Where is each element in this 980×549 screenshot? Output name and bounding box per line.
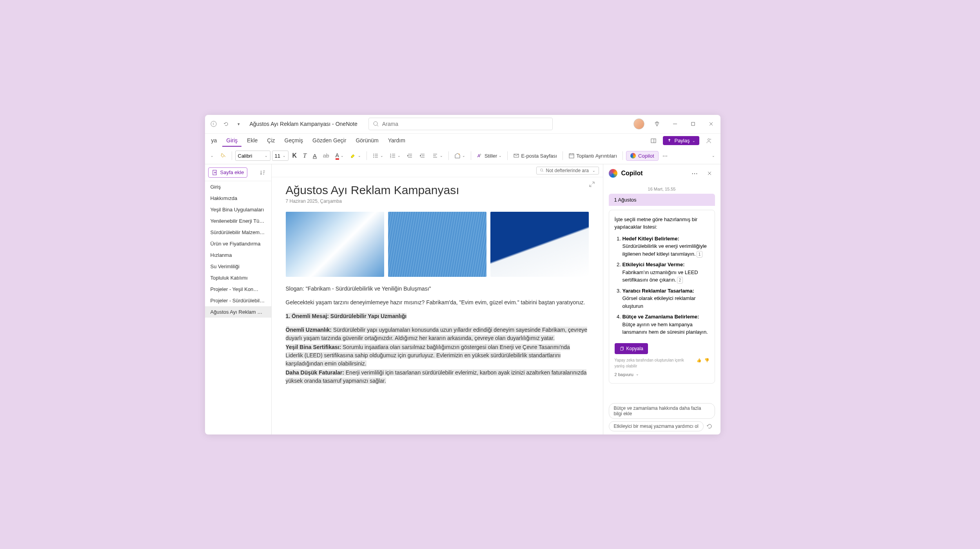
suggestion-chip[interactable]: Bütçe ve zamanlama hakkında daha fazla b… bbox=[609, 403, 715, 419]
bullet-2-label: Yeşil Bina Sertifikası: bbox=[286, 344, 341, 350]
copilot-panel: Copilot ⋯ 16 Mart, 15.55 1 Ağustos İşte … bbox=[603, 164, 720, 434]
thumbs-down-button[interactable]: 👎 bbox=[704, 357, 709, 363]
ribbon-tab-ya[interactable]: ya bbox=[207, 135, 221, 147]
slogan-text: Slogan: "Fabrikam - Sürdürülebilirlik ve… bbox=[286, 285, 589, 293]
page-list-item[interactable]: Topluluk Katılımı bbox=[205, 272, 271, 284]
sort-button[interactable] bbox=[257, 168, 268, 177]
body-text[interactable]: Slogan: "Fabrikam - Sürdürülebilirlik ve… bbox=[286, 285, 589, 385]
svg-rect-3 bbox=[651, 139, 656, 143]
svg-rect-2 bbox=[691, 122, 695, 125]
add-page-button[interactable]: Sayfa ekle bbox=[208, 167, 248, 178]
font-size-dropdown[interactable]: 11⌄ bbox=[272, 151, 289, 161]
copilot-suggestions: Bütçe ve zamanlama hakkında daha fazla b… bbox=[603, 400, 720, 434]
svg-point-16 bbox=[540, 169, 543, 171]
undo-button[interactable] bbox=[221, 119, 231, 129]
search-box[interactable] bbox=[368, 118, 553, 130]
intro-text: Gelecekteki yaşam tarzını deneyimlemeye … bbox=[286, 298, 589, 307]
meeting-details-button[interactable]: Toplantı Ayrıntıları bbox=[566, 151, 619, 160]
copy-icon bbox=[619, 346, 624, 351]
copilot-list-item: Hedef Kitleyi Belirleme: Sürdürülebilirl… bbox=[622, 235, 709, 258]
font-color-button[interactable]: A⌄ bbox=[333, 151, 346, 161]
expand-icon[interactable] bbox=[589, 181, 595, 189]
minimize-button[interactable] bbox=[670, 118, 681, 129]
share-label: Paylaş bbox=[674, 138, 690, 144]
page-list-item[interactable]: Su Verimliliği bbox=[205, 261, 271, 272]
svg-point-4 bbox=[708, 138, 710, 140]
copilot-timestamp: 16 Mart, 15.55 bbox=[609, 187, 715, 191]
ribbon-tab-gözden geçir[interactable]: Gözden Geçir bbox=[309, 135, 350, 147]
highlight-button[interactable]: ⌄ bbox=[348, 151, 363, 160]
reference-badge[interactable]: 1 bbox=[697, 251, 703, 258]
maximize-button[interactable] bbox=[688, 118, 699, 129]
copy-button[interactable]: Kopyala bbox=[615, 343, 648, 354]
ribbon-tab-giriş[interactable]: Giriş bbox=[222, 135, 241, 147]
user-avatar[interactable] bbox=[633, 118, 644, 129]
tag-button[interactable]: ⌄ bbox=[452, 151, 468, 160]
diamond-icon[interactable] bbox=[652, 118, 662, 129]
indent-button[interactable] bbox=[417, 151, 428, 160]
image-row bbox=[286, 212, 589, 277]
outdent-button[interactable] bbox=[405, 151, 416, 160]
copilot-person-icon[interactable] bbox=[703, 136, 714, 145]
bullet-1-label: Önemli Uzmanlık: bbox=[286, 327, 332, 333]
page-list-item[interactable]: Hızlanma bbox=[205, 249, 271, 261]
underline-button[interactable]: A bbox=[310, 151, 319, 161]
search-input[interactable] bbox=[382, 121, 548, 127]
svg-point-7 bbox=[373, 155, 374, 156]
collapse-ribbon-button[interactable]: ⌄ bbox=[710, 152, 717, 159]
content-image-2[interactable] bbox=[388, 212, 486, 277]
page-list-item[interactable]: Yeşil Bina Uygulamaları bbox=[205, 204, 271, 215]
page-list-item[interactable]: Hakkımızda bbox=[205, 193, 271, 204]
disclaimer-text: Yapay zeka tarafından oluşturulan içerik… bbox=[615, 357, 685, 369]
svg-point-8 bbox=[373, 157, 374, 158]
page-title[interactable]: Ağustos Ayı Reklam Kampanyası bbox=[286, 184, 589, 197]
page-list-item[interactable]: Sürdürülebilir Malzemeler bbox=[205, 227, 271, 238]
bullet-3-label: Daha Düşük Faturalar: bbox=[286, 369, 344, 376]
customize-qat-button[interactable]: ▾ bbox=[234, 119, 243, 129]
open-pane-button[interactable] bbox=[648, 136, 659, 145]
ribbon-tab-görünüm[interactable]: Görünüm bbox=[352, 135, 382, 147]
suggestion-chip[interactable]: Etkileyici bir mesaj yazmama yardımcı ol bbox=[609, 421, 704, 431]
ribbon-tab-yardım[interactable]: Yardım bbox=[384, 135, 409, 147]
thumbs-up-button[interactable]: 👍 bbox=[697, 357, 701, 363]
italic-button[interactable]: T bbox=[301, 151, 309, 161]
page-list-item[interactable]: Projeler - Sürdürülebilir B… bbox=[205, 295, 271, 306]
ribbon-tab-çiz[interactable]: Çiz bbox=[263, 135, 279, 147]
font-family-dropdown[interactable]: Calibri⌄ bbox=[235, 151, 270, 161]
more-button[interactable]: ⋯ bbox=[660, 151, 670, 160]
close-button[interactable] bbox=[706, 118, 717, 129]
notebook-search-dropdown[interactable]: Not defterlerinde ara ⌄ bbox=[536, 167, 599, 175]
content-image-3[interactable] bbox=[490, 212, 589, 277]
align-button[interactable]: ⌄ bbox=[430, 151, 445, 160]
copilot-context-chip[interactable]: 1 Ağustos bbox=[609, 194, 715, 206]
back-button[interactable] bbox=[209, 119, 218, 129]
page-list-item[interactable]: Yenilenebilir Enerji Tümleş… bbox=[205, 215, 271, 227]
strike-button[interactable]: ab bbox=[321, 151, 332, 160]
numbering-button[interactable]: 123⌄ bbox=[387, 151, 403, 160]
copilot-more-button[interactable]: ⋯ bbox=[689, 168, 700, 179]
ribbon-tab-ekle[interactable]: Ekle bbox=[243, 135, 261, 147]
refresh-suggestions-button[interactable] bbox=[704, 422, 715, 431]
copilot-list-item: Etkileyici Mesajlar Verme: Fabrikam'ın u… bbox=[622, 261, 709, 284]
styles-button[interactable]: AStiller⌄ bbox=[474, 151, 505, 160]
copilot-close-button[interactable] bbox=[704, 169, 715, 178]
references-toggle[interactable]: 2 başvuru⌄ bbox=[615, 371, 709, 378]
copilot-list-item: Yaratıcı Reklamlar Tasarlama: Görsel ola… bbox=[622, 287, 709, 310]
copilot-toolbar-button[interactable]: Copilot bbox=[626, 151, 658, 161]
email-page-button[interactable]: E-posta Sayfası bbox=[511, 151, 559, 160]
formatting-toolbar: ⌄ Calibri⌄ 11⌄ K T A ab A⌄ ⌄ ⌄ 123⌄ ⌄ ⌄ … bbox=[205, 148, 720, 164]
page-list-item[interactable]: Ağustos Ayı Reklam Ka… bbox=[205, 306, 271, 318]
page-list-item[interactable]: Ürün ve Fiyatlandırma bbox=[205, 238, 271, 249]
ribbon-tab-geçmiş[interactable]: Geçmiş bbox=[281, 135, 307, 147]
page-list-sidebar: Sayfa ekle GirişHakkımızdaYeşil Bina Uyg… bbox=[205, 164, 272, 434]
share-button[interactable]: Paylaş ⌄ bbox=[663, 136, 699, 145]
format-painter-button[interactable] bbox=[218, 151, 229, 160]
bold-button[interactable]: K bbox=[290, 151, 299, 161]
content-image-1[interactable] bbox=[286, 212, 384, 277]
page-list-item[interactable]: Giriş bbox=[205, 181, 271, 193]
paste-dropdown[interactable]: ⌄ bbox=[208, 152, 216, 159]
page-list-item[interactable]: Projeler - Yeşil Kon… bbox=[205, 284, 271, 295]
bullets-button[interactable]: ⌄ bbox=[370, 151, 386, 160]
plus-page-icon bbox=[212, 169, 218, 176]
reference-badge[interactable]: 2 bbox=[677, 277, 683, 284]
